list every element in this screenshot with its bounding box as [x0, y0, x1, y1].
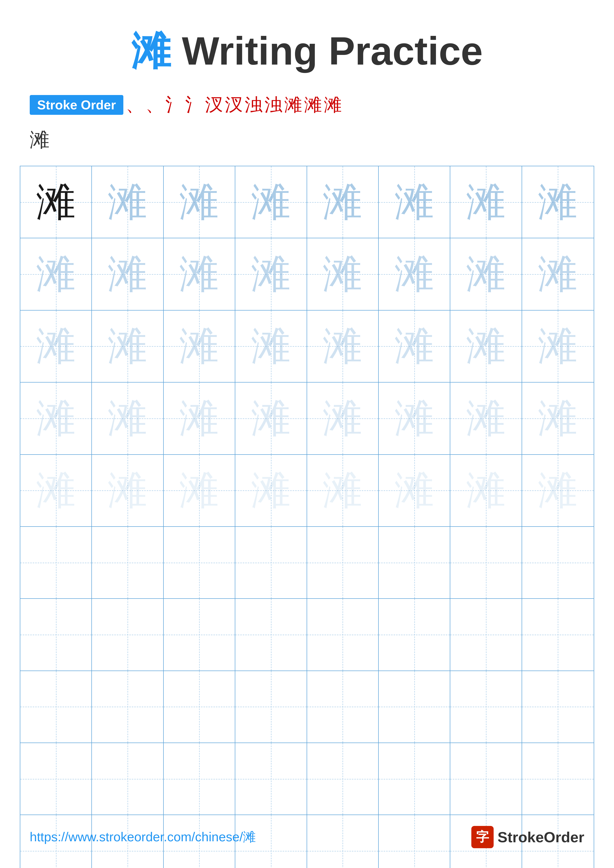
- grid-cell-2-5: 滩: [307, 238, 379, 310]
- char-light: 滩: [466, 254, 506, 294]
- stroke-9: 滩: [284, 93, 302, 117]
- grid-row-1: 滩 滩 滩 滩 滩 滩 滩 滩: [20, 166, 594, 238]
- grid-cell-5-8: 滩: [522, 455, 594, 526]
- grid-cell-4-8: 滩: [522, 383, 594, 454]
- grid-cell-7-7: [450, 599, 522, 670]
- char-light: 滩: [108, 254, 148, 294]
- grid-cell-8-2: [92, 671, 163, 742]
- stroke-4: 氵: [185, 93, 203, 117]
- grid-cell-4-3: 滩: [164, 383, 235, 454]
- grid-row-4: 滩 滩 滩 滩 滩 滩 滩 滩: [20, 383, 594, 454]
- char-light: 滩: [108, 182, 148, 222]
- stroke-order-section: Stroke Order 、 、 氵 氵 汊 汊 浊 浊 滩 滩 滩: [0, 93, 614, 117]
- grid-cell-5-6: 滩: [379, 455, 450, 526]
- grid-cell-9-1: [20, 743, 92, 815]
- grid-cell-1-5: 滩: [307, 166, 379, 238]
- grid-cell-1-2: 滩: [92, 166, 163, 238]
- grid-cell-2-2: 滩: [92, 238, 163, 310]
- char-light: 滩: [36, 326, 76, 366]
- full-char: 滩: [30, 129, 50, 151]
- grid-cell-4-2: 滩: [92, 383, 163, 454]
- grid-cell-2-1: 滩: [20, 238, 92, 310]
- char-light: 滩: [179, 398, 219, 438]
- char-light: 滩: [251, 182, 291, 222]
- grid-row-8: [20, 671, 594, 743]
- char-light: 滩: [538, 254, 578, 294]
- grid-cell-9-8: [522, 743, 594, 815]
- char-light: 滩: [251, 254, 291, 294]
- grid-cell-1-8: 滩: [522, 166, 594, 238]
- grid-cell-8-3: [164, 671, 235, 742]
- stroke-1: 、: [126, 93, 144, 117]
- char-very-light: 滩: [466, 471, 506, 510]
- grid-cell-3-1: 滩: [20, 310, 92, 382]
- char-light: 滩: [395, 182, 434, 222]
- grid-cell-6-8: [522, 527, 594, 598]
- char-light: 滩: [108, 398, 148, 438]
- grid-cell-2-8: 滩: [522, 238, 594, 310]
- grid-cell-3-3: 滩: [164, 310, 235, 382]
- grid-cell-4-1: 滩: [20, 383, 92, 454]
- grid-cell-6-2: [92, 527, 163, 598]
- grid-row-5: 滩 滩 滩 滩 滩 滩 滩 滩: [20, 455, 594, 527]
- grid-cell-6-4: [235, 527, 307, 598]
- footer-url: https://www.strokeorder.com/chinese/滩: [30, 828, 256, 846]
- grid-cell-7-1: [20, 599, 92, 670]
- char-light: 滩: [395, 326, 434, 366]
- grid-cell-7-4: [235, 599, 307, 670]
- char-light: 滩: [179, 182, 219, 222]
- char-very-light: 滩: [538, 471, 578, 510]
- grid-cell-6-1: [20, 527, 92, 598]
- char-light: 滩: [538, 398, 578, 438]
- char-light: 滩: [251, 326, 291, 366]
- grid-cell-3-8: 滩: [522, 310, 594, 382]
- stroke-order-badge: Stroke Order: [30, 95, 123, 115]
- title-section: 滩 Writing Practice: [0, 0, 614, 78]
- grid-cell-4-5: 滩: [307, 383, 379, 454]
- grid-cell-6-3: [164, 527, 235, 598]
- stroke-6: 汊: [225, 93, 243, 117]
- grid-cell-9-7: [450, 743, 522, 815]
- full-char-line: 滩: [0, 127, 614, 153]
- char-very-light: 滩: [179, 471, 219, 510]
- char-very-light: 滩: [108, 471, 148, 510]
- char-light: 滩: [179, 326, 219, 366]
- stroke-10: 滩: [304, 93, 322, 117]
- char-light: 滩: [179, 254, 219, 294]
- grid-cell-3-5: 滩: [307, 310, 379, 382]
- grid-cell-8-5: [307, 671, 379, 742]
- char-light: 滩: [36, 254, 76, 294]
- grid-cell-2-4: 滩: [235, 238, 307, 310]
- grid-cell-5-1: 滩: [20, 455, 92, 526]
- grid-cell-4-7: 滩: [450, 383, 522, 454]
- grid-cell-8-6: [379, 671, 450, 742]
- char-light: 滩: [108, 326, 148, 366]
- footer-logo-icon: 字: [471, 826, 494, 848]
- grid-cell-7-8: [522, 599, 594, 670]
- grid-cell-8-7: [450, 671, 522, 742]
- grid-cell-9-6: [379, 743, 450, 815]
- grid-cell-2-7: 滩: [450, 238, 522, 310]
- grid-cell-7-6: [379, 599, 450, 670]
- grid-cell-2-3: 滩: [164, 238, 235, 310]
- stroke-chars: 、 、 氵 氵 汊 汊 浊 浊 滩 滩 滩: [126, 93, 342, 117]
- stroke-11: 滩: [324, 93, 342, 117]
- char-very-light: 滩: [36, 471, 76, 510]
- grid-cell-5-4: 滩: [235, 455, 307, 526]
- char-very-light: 滩: [251, 471, 291, 510]
- char-light: 滩: [251, 398, 291, 438]
- grid-cell-8-1: [20, 671, 92, 742]
- title-text: Writing Practice: [171, 29, 483, 73]
- grid-cell-3-7: 滩: [450, 310, 522, 382]
- stroke-2: 、: [146, 93, 163, 117]
- grid-cell-5-5: 滩: [307, 455, 379, 526]
- grid-cell-5-3: 滩: [164, 455, 235, 526]
- grid-row-9: [20, 743, 594, 815]
- grid-cell-6-7: [450, 527, 522, 598]
- grid-row-6: [20, 527, 594, 599]
- grid-cell-9-4: [235, 743, 307, 815]
- grid-cell-7-2: [92, 599, 163, 670]
- grid-cell-1-7: 滩: [450, 166, 522, 238]
- char-light: 滩: [323, 182, 362, 222]
- practice-grid: 滩 滩 滩 滩 滩 滩 滩 滩 滩 滩 滩 滩 滩 滩 滩 滩 滩 滩 滩 滩 …: [20, 166, 594, 868]
